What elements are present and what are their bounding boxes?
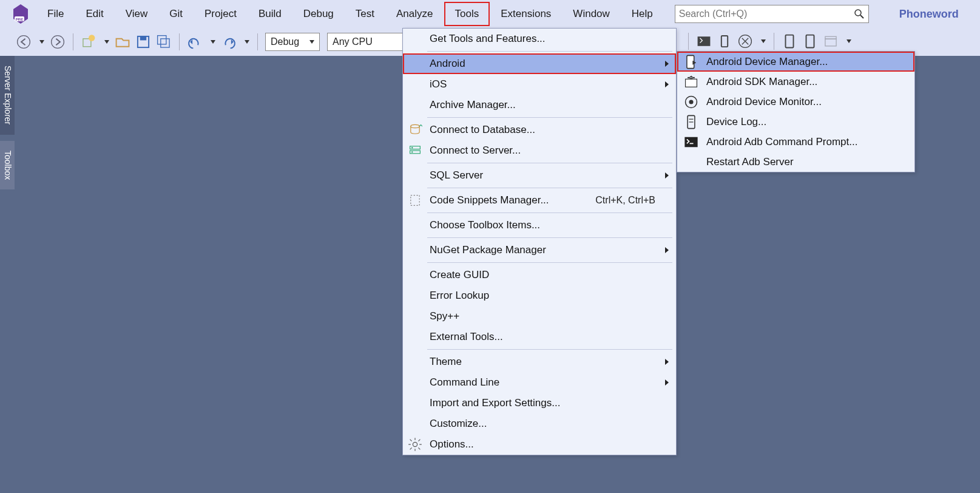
menu-separator [427, 237, 672, 238]
separator [179, 33, 180, 50]
monitor-icon [683, 94, 699, 110]
menu-separator [427, 163, 672, 163]
menu-item-label: Code Snippets Manager... [430, 194, 549, 206]
save-button[interactable] [135, 34, 151, 50]
tools-item-options[interactable]: Options... [403, 434, 676, 455]
tools-item-import-and-export-settings[interactable]: Import and Export Settings... [403, 393, 676, 413]
svg-rect-11 [161, 39, 169, 47]
config-combo[interactable]: Debug [265, 33, 320, 51]
tools-item-get-tools-and-features[interactable]: Get Tools and Features... [403, 29, 676, 49]
open-file-button[interactable] [115, 34, 130, 50]
undo-button[interactable] [187, 34, 203, 50]
svg-rect-16 [806, 35, 814, 48]
log-icon [683, 114, 699, 130]
android-item-android-adb-command-prompt[interactable]: Android Adb Command Prompt... [677, 132, 914, 152]
menu-item-label: Command Line [430, 376, 499, 389]
new-project-button[interactable] [81, 34, 96, 50]
undo-dropdown[interactable] [208, 35, 216, 49]
menu-test[interactable]: Test [345, 2, 385, 26]
device-preview2-icon[interactable] [802, 33, 818, 49]
submenu-item-label: Android Device Monitor... [706, 96, 822, 108]
menu-file[interactable]: File [36, 2, 75, 26]
android-item-restart-adb-server[interactable]: Restart Adb Server [677, 152, 914, 172]
toolbar-cluster2-dropdown[interactable] [843, 35, 852, 48]
nav-forward-button[interactable] [50, 34, 66, 50]
solution-name[interactable]: Phoneword [893, 5, 965, 23]
svg-rect-13 [721, 36, 728, 47]
xamarin-icon[interactable] [737, 33, 753, 49]
separator [688, 33, 689, 50]
menubar: PRE FileEditViewGitProjectBuildDebugTest… [0, 0, 980, 28]
tools-item-customize[interactable]: Customize... [403, 413, 676, 434]
device-icon[interactable] [717, 33, 732, 49]
svg-point-2 [855, 10, 861, 16]
tools-item-choose-toolbox-items[interactable]: Choose Toolbox Items... [403, 215, 676, 236]
redo-dropdown[interactable] [242, 35, 250, 49]
tools-item-connect-to-database[interactable]: Connect to Database... [403, 120, 676, 140]
tools-item-spy[interactable]: Spy++ [403, 306, 676, 327]
menu-analyze[interactable]: Analyze [385, 2, 444, 26]
menu-help[interactable]: Help [621, 2, 664, 26]
tools-item-sql-server[interactable]: SQL Server [403, 165, 676, 186]
tools-item-connect-to-server[interactable]: Connect to Server... [403, 140, 676, 161]
menu-item-label: iOS [430, 78, 447, 90]
submenu-arrow-icon [665, 247, 669, 253]
svg-line-32 [410, 447, 412, 449]
tools-item-command-line[interactable]: Command Line [403, 372, 676, 393]
tools-item-archive-manager[interactable]: Archive Manager... [403, 95, 676, 115]
device-preview1-icon[interactable] [782, 33, 797, 49]
android-item-android-sdk-manager[interactable]: Android SDK Manager... [677, 72, 914, 92]
prompt-icon [683, 134, 699, 150]
nav-back-dropdown[interactable] [36, 35, 45, 49]
android-item-android-device-monitor[interactable]: Android Device Monitor... [677, 92, 914, 112]
submenu-item-label: Device Log... [706, 116, 766, 128]
menu-item-label: Choose Toolbox Items... [430, 219, 540, 231]
tools-item-code-snippets-manager[interactable]: Code Snippets Manager...Ctrl+K, Ctrl+B [403, 190, 676, 211]
svg-point-5 [52, 36, 64, 49]
snip-icon [408, 193, 422, 208]
nav-back-button[interactable] [16, 34, 32, 50]
tools-item-ios[interactable]: iOS [403, 74, 676, 95]
menu-item-label: External Tools... [430, 331, 503, 343]
tools-item-nuget-package-manager[interactable]: NuGet Package Manager [403, 240, 676, 260]
menu-item-label: SQL Server [430, 169, 483, 182]
menu-item-label: Archive Manager... [430, 99, 516, 111]
submenu-arrow-icon [665, 379, 669, 386]
menu-git[interactable]: Git [158, 2, 194, 26]
menu-separator [427, 212, 672, 213]
menu-view[interactable]: View [115, 2, 159, 26]
android-submenu: Android Device Manager...Android SDK Man… [677, 51, 915, 172]
search-box[interactable] [675, 5, 869, 23]
menu-separator [427, 262, 672, 263]
menu-extensions[interactable]: Extensions [490, 2, 562, 26]
menu-item-label: Spy++ [430, 310, 459, 322]
separator [774, 33, 774, 50]
tools-item-android[interactable]: Android [403, 53, 676, 74]
tools-item-create-guid[interactable]: Create GUID [403, 265, 676, 285]
menu-window[interactable]: Window [562, 2, 620, 26]
tools-item-error-lookup[interactable]: Error Lookup [403, 285, 676, 306]
platform-label: Any CPU [333, 36, 373, 47]
menu-debug[interactable]: Debug [292, 2, 345, 26]
android-item-device-log[interactable]: Device Log... [677, 112, 914, 132]
svg-line-30 [410, 440, 412, 441]
terminal-icon[interactable] [696, 33, 712, 49]
toolbar-cluster-dropdown[interactable] [758, 35, 766, 48]
redo-button[interactable] [221, 34, 237, 50]
menu-tools[interactable]: Tools [444, 2, 490, 26]
new-project-dropdown[interactable] [101, 35, 110, 49]
server-icon [408, 143, 422, 158]
menu-separator [427, 51, 672, 52]
toolbox-tab[interactable]: Toolbox [0, 141, 15, 189]
menu-build[interactable]: Build [248, 2, 292, 26]
android-item-android-device-manager[interactable]: Android Device Manager... [677, 52, 914, 72]
menu-project[interactable]: Project [194, 2, 248, 26]
menu-edit[interactable]: Edit [75, 2, 114, 26]
search-input[interactable] [679, 8, 854, 19]
svg-rect-10 [158, 36, 166, 44]
tools-item-theme[interactable]: Theme [403, 352, 676, 372]
server-explorer-tab[interactable]: Server Explorer [0, 56, 15, 135]
tools-item-external-tools[interactable]: External Tools... [403, 327, 676, 347]
svg-rect-9 [140, 36, 146, 41]
save-all-button[interactable] [156, 34, 172, 50]
